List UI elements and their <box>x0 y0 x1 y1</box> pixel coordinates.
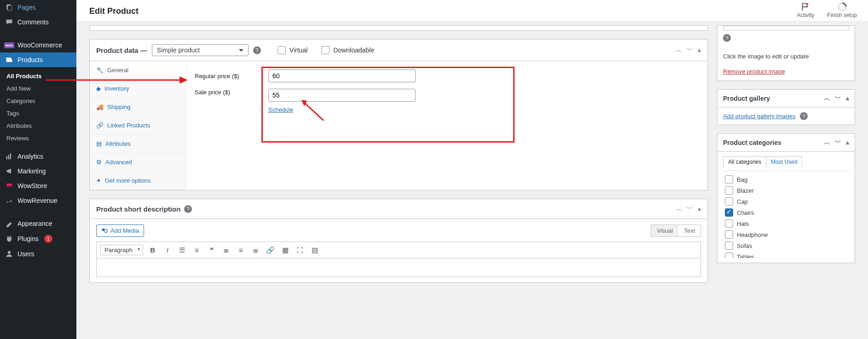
cat-item[interactable]: Bag <box>723 174 849 185</box>
move-down-icon[interactable]: ﹀ <box>687 46 693 54</box>
sidebar-item-pages[interactable]: Pages <box>0 0 76 15</box>
move-down-icon[interactable]: ﹀ <box>835 138 841 147</box>
cat-item[interactable]: Headphone <box>723 229 849 240</box>
cat-checkbox[interactable] <box>725 241 733 250</box>
sub-tags[interactable]: Tags <box>0 107 76 120</box>
downloadable-label: Downloadable <box>333 46 374 54</box>
all-categories-tab[interactable]: All categories <box>723 156 766 167</box>
product-type-select[interactable]: Simple product <box>152 44 249 56</box>
sidebar-item-plugins[interactable]: Plugins 1 <box>0 231 76 247</box>
sidebar-item-products[interactable]: Products <box>0 52 76 67</box>
cat-checkbox[interactable] <box>725 219 733 228</box>
downloadable-checkbox[interactable] <box>321 46 330 54</box>
align-center-button[interactable]: ≡ <box>236 245 246 255</box>
format-select[interactable]: Paragraph <box>100 245 143 255</box>
svg-rect-1 <box>8 6 12 11</box>
cat-item[interactable]: Tables <box>723 251 849 258</box>
cat-checkbox[interactable] <box>725 253 733 258</box>
help-icon[interactable]: ? <box>184 205 192 213</box>
regular-price-input[interactable] <box>268 69 416 82</box>
most-used-tab[interactable]: Most Used <box>766 156 802 167</box>
product-data-tabs: 🔧General ◆Inventory 🚚Shipping 🔗Linked Pr… <box>90 61 186 190</box>
sidebar-item-wowrevenue[interactable]: WowRevenue <box>0 193 76 208</box>
cat-item[interactable]: Chairs <box>723 207 849 218</box>
sidebar-item-comments[interactable]: Comments <box>0 15 76 29</box>
sub-all-products[interactable]: All Products <box>0 70 76 82</box>
sub-add-new[interactable]: Add New <box>0 82 76 95</box>
sidebar-item-users[interactable]: Users <box>0 247 76 261</box>
finish-setup-button[interactable]: Finish setup <box>827 2 857 18</box>
bullet-list-button[interactable]: ☰ <box>177 245 187 255</box>
appearance-icon <box>5 220 14 227</box>
tab-more[interactable]: ✦Get more options <box>90 172 186 190</box>
sidebar-item-analytics[interactable]: Analytics <box>0 149 76 164</box>
add-media-button[interactable]: Add Media <box>96 224 144 237</box>
help-icon[interactable]: ? <box>723 34 731 42</box>
category-list[interactable]: Bag Blazer Cap Chairs Hats Headphone Sof… <box>723 171 849 258</box>
italic-button[interactable]: I <box>162 245 173 255</box>
move-up-icon[interactable]: ︿ <box>824 94 830 103</box>
align-right-button[interactable]: ≣ <box>251 245 261 255</box>
virtual-checkbox-wrap[interactable]: Virtual <box>278 46 307 54</box>
tab-general[interactable]: 🔧General <box>90 61 186 80</box>
tab-shipping[interactable]: 🚚Shipping <box>90 98 186 116</box>
link-icon: 🔗 <box>96 122 104 129</box>
sale-price-input[interactable] <box>268 89 416 102</box>
more-button[interactable]: ▦ <box>280 245 290 255</box>
cat-item[interactable]: Cap <box>723 196 849 207</box>
help-icon[interactable]: ? <box>800 112 808 120</box>
fullscreen-button[interactable]: ⛶ <box>295 245 305 255</box>
text-tab[interactable]: Text <box>678 225 700 236</box>
tab-attributes[interactable]: ▤Attributes <box>90 135 186 153</box>
collapse-icon[interactable]: ▴ <box>846 94 849 103</box>
downloadable-checkbox-wrap[interactable]: Downloadable <box>321 46 374 54</box>
tab-inventory[interactable]: ◆Inventory <box>90 80 186 98</box>
truck-icon: 🚚 <box>96 103 104 110</box>
sub-reviews[interactable]: Reviews <box>0 132 76 144</box>
sidebar-item-marketing[interactable]: Marketing <box>0 164 76 178</box>
cat-item[interactable]: Hats <box>723 218 849 229</box>
bold-button[interactable]: B <box>148 245 158 255</box>
product-image-thumb[interactable] <box>723 26 849 30</box>
flag-icon <box>800 2 810 12</box>
collapse-icon[interactable]: ▴ <box>698 46 701 54</box>
add-gallery-link[interactable]: Add product gallery images <box>723 113 796 120</box>
number-list-button[interactable]: ≡ <box>192 245 202 255</box>
remove-image-link[interactable]: Remove product image <box>723 68 785 75</box>
sidebar-item-appearance[interactable]: Appearance <box>0 216 76 231</box>
move-down-icon[interactable]: ﹀ <box>687 205 693 213</box>
visual-tab[interactable]: Visual <box>651 225 678 236</box>
schedule-link[interactable]: Schedule <box>268 106 293 113</box>
sidebar-item-woocommerce[interactable]: woo WooCommerce <box>0 38 76 52</box>
move-down-icon[interactable]: ﹀ <box>835 94 841 103</box>
sidebar-item-wowstore[interactable]: WowStore <box>0 178 76 193</box>
cat-item[interactable]: Blazer <box>723 185 849 196</box>
collapse-icon[interactable]: ▴ <box>698 205 701 213</box>
svg-rect-4 <box>10 154 11 160</box>
move-up-icon[interactable]: ︿ <box>676 46 682 54</box>
toolbar-toggle-button[interactable]: ▤ <box>310 245 320 255</box>
align-left-button[interactable]: ≣ <box>221 245 231 255</box>
cat-item[interactable]: Sofas <box>723 240 849 251</box>
tab-linked[interactable]: 🔗Linked Products <box>90 116 186 135</box>
sub-categories[interactable]: Categories <box>0 95 76 107</box>
sub-attributes[interactable]: Attributes <box>0 120 76 132</box>
cat-checkbox[interactable] <box>725 197 733 206</box>
sidebar-label: Pages <box>17 4 36 11</box>
editor-textarea[interactable] <box>96 259 701 277</box>
activity-button[interactable]: Activity <box>797 2 814 18</box>
link-button[interactable]: 🔗 <box>266 245 276 255</box>
move-up-icon[interactable]: ︿ <box>824 138 830 147</box>
editor-toolbar: Paragraph B I ☰ ≡ ❝ ≣ ≡ ≣ 🔗 ▦ ⛶ ▤ <box>96 241 701 259</box>
tab-advanced[interactable]: ⚙Advanced <box>90 153 186 172</box>
virtual-checkbox[interactable] <box>278 46 286 54</box>
cat-checkbox[interactable] <box>725 175 733 184</box>
cat-checkbox[interactable] <box>725 186 733 195</box>
cat-checkbox[interactable] <box>725 208 733 217</box>
cat-checkbox[interactable] <box>725 230 733 239</box>
help-icon[interactable]: ? <box>253 46 261 54</box>
collapse-icon[interactable]: ▴ <box>846 138 849 147</box>
top-actions: Activity Finish setup <box>797 2 857 18</box>
quote-button[interactable]: ❝ <box>207 245 217 255</box>
move-up-icon[interactable]: ︿ <box>676 205 682 213</box>
